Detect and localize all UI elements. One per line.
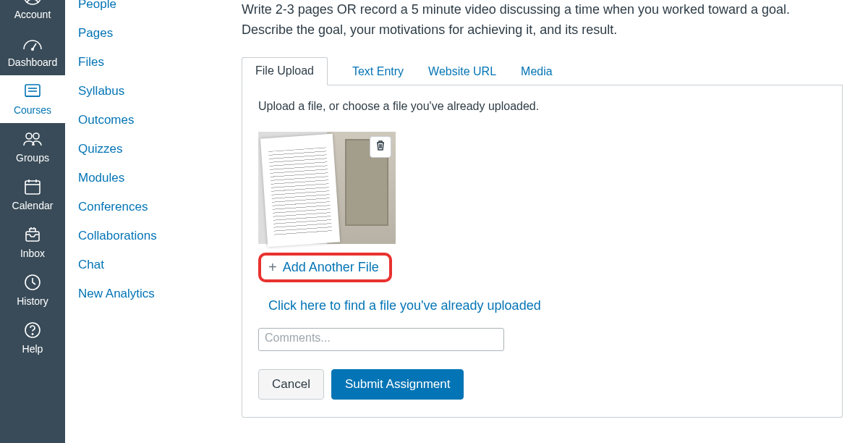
svg-point-8: [33, 133, 39, 139]
remove-file-button[interactable]: [370, 136, 391, 158]
coursenav-files[interactable]: Files: [78, 48, 218, 77]
nav-courses-label: Courses: [14, 104, 51, 116]
submission-tabs: File Upload Text Entry Website URL Media: [242, 56, 843, 85]
svg-point-26: [32, 334, 33, 334]
coursenav-conferences[interactable]: Conferences: [78, 193, 218, 222]
add-another-file-button[interactable]: + Add Another File: [258, 253, 392, 282]
nav-inbox[interactable]: Inbox: [0, 219, 65, 266]
submit-button-row: Cancel Submit Assignment: [258, 369, 826, 400]
submit-assignment-button[interactable]: Submit Assignment: [331, 369, 464, 400]
inbox-icon: [22, 224, 43, 245]
tab-website-url[interactable]: Website URL: [428, 58, 496, 85]
account-icon: [22, 0, 43, 6]
svg-rect-9: [25, 181, 40, 194]
nav-dashboard-label: Dashboard: [8, 56, 58, 68]
nav-calendar[interactable]: Calendar: [0, 171, 65, 219]
thumb-paper: [260, 133, 340, 247]
nav-dashboard[interactable]: Dashboard: [0, 28, 65, 75]
tab-text-entry[interactable]: Text Entry: [352, 58, 404, 85]
upload-hint: Upload a file, or choose a file you've a…: [258, 100, 826, 113]
nav-calendar-label: Calendar: [12, 200, 54, 211]
history-icon: [22, 272, 43, 292]
find-existing-file-link[interactable]: Click here to find a file you've already…: [268, 298, 826, 313]
nav-courses[interactable]: Courses: [0, 75, 65, 123]
coursenav-collaborations[interactable]: Collaborations: [78, 222, 218, 250]
tab-file-upload[interactable]: File Upload: [242, 57, 328, 85]
svg-rect-3: [25, 85, 40, 96]
file-upload-panel: Upload a file, or choose a file you've a…: [242, 85, 843, 418]
coursenav-people[interactable]: People: [78, 0, 218, 19]
nav-inbox-label: Inbox: [20, 248, 45, 259]
coursenav-quizzes[interactable]: Quizzes: [78, 135, 218, 164]
nav-account-label: Account: [14, 9, 51, 20]
trash-icon: [375, 140, 386, 153]
courses-icon: [22, 81, 43, 101]
coursenav-outcomes[interactable]: Outcomes: [78, 106, 218, 135]
groups-icon: [22, 129, 43, 149]
svg-point-7: [26, 133, 32, 139]
global-nav: Account Dashboard Courses Groups Calenda…: [0, 0, 65, 443]
plus-icon: +: [268, 260, 277, 274]
course-nav: People Pages Files Syllabus Outcomes Qui…: [65, 0, 231, 443]
dashboard-icon: [22, 33, 43, 54]
help-icon: [22, 320, 43, 340]
comments-input[interactable]: [258, 328, 504, 351]
nav-help-label: Help: [22, 343, 43, 355]
main-content: Write 2-3 pages OR record a 5 minute vid…: [242, 0, 854, 418]
assignment-instructions: Write 2-3 pages OR record a 5 minute vid…: [242, 0, 843, 41]
uploaded-file-thumbnail[interactable]: [258, 132, 396, 244]
calendar-icon: [22, 177, 43, 197]
add-another-file-label: Add Another File: [283, 260, 379, 275]
coursenav-pages[interactable]: Pages: [78, 19, 218, 48]
coursenav-new-analytics[interactable]: New Analytics: [78, 279, 218, 308]
cancel-button[interactable]: Cancel: [258, 369, 324, 400]
tab-media[interactable]: Media: [521, 58, 553, 85]
coursenav-syllabus[interactable]: Syllabus: [78, 77, 218, 106]
nav-history[interactable]: History: [0, 266, 65, 314]
nav-history-label: History: [17, 295, 48, 307]
nav-account[interactable]: Account: [0, 0, 65, 28]
nav-groups-label: Groups: [16, 152, 49, 164]
coursenav-chat[interactable]: Chat: [78, 250, 218, 279]
nav-help[interactable]: Help: [0, 314, 65, 362]
nav-groups[interactable]: Groups: [0, 123, 65, 171]
coursenav-modules[interactable]: Modules: [78, 164, 218, 193]
